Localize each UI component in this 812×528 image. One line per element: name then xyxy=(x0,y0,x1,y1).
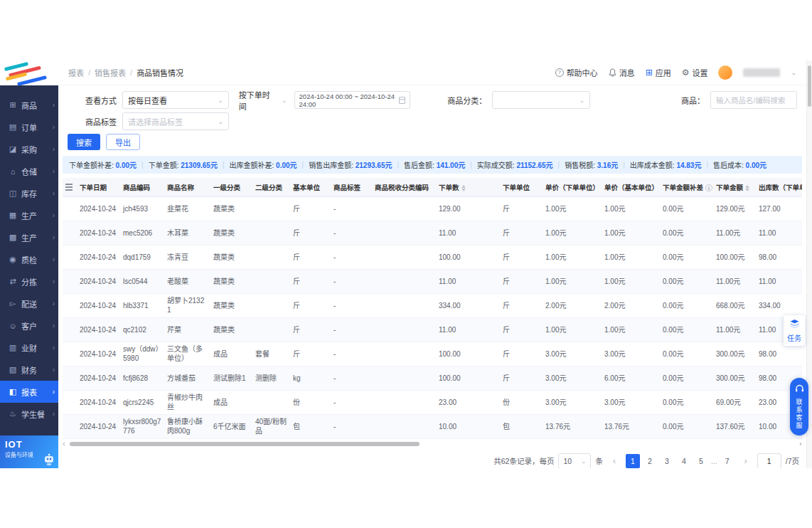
iot-title: IOT xyxy=(5,439,53,450)
breadcrumb: 报表/销售报表/商品销售情况 xyxy=(68,67,183,78)
chevron-right-icon: › xyxy=(53,366,55,374)
sidebar-item-student-meal[interactable]: ♨学生餐› xyxy=(0,403,58,425)
next-page-button[interactable]: › xyxy=(739,454,753,468)
sort-carets-icon[interactable] xyxy=(745,185,749,191)
time-field-select[interactable]: 按下单时间 ⌄ xyxy=(236,91,290,109)
table-cell: 斤 xyxy=(500,317,543,342)
product-search-input[interactable] xyxy=(710,91,797,109)
column-settings-icon[interactable] xyxy=(63,178,77,196)
sidebar-item-warehouse[interactable]: ⌂仓储› xyxy=(0,160,58,182)
settings-label: 设置 xyxy=(692,67,707,78)
table-cell: 斤 xyxy=(500,342,543,366)
sidebar-item-reports[interactable]: ◧报表› xyxy=(0,381,58,403)
table-column-header[interactable]: 下单数 xyxy=(436,178,500,196)
prev-page-button[interactable]: ‹ xyxy=(607,454,621,468)
table-cell: 2024-10-24 xyxy=(77,317,120,342)
avatar[interactable] xyxy=(718,65,732,80)
sidebar-item-customers[interactable]: ☺客户› xyxy=(0,315,58,337)
iot-panel[interactable]: IOT 设备与环境 xyxy=(0,435,58,468)
page-size-select[interactable]: 10 ⌄ xyxy=(558,453,591,469)
settings-button[interactable]: ⚙ 设置 xyxy=(682,67,708,78)
view-mode-select[interactable]: 按每日查看 ⌄ xyxy=(122,91,229,109)
pagination-pages: 12345...7 xyxy=(626,454,734,468)
column-header-label: 商品名称 xyxy=(167,184,194,191)
sidebar-item-label: 学生餐 xyxy=(21,408,53,420)
table-cell: - xyxy=(331,390,372,414)
sidebar-item-orders[interactable]: ▤订单› xyxy=(0,116,58,138)
sidebar-item-purchase[interactable]: ◪采购› xyxy=(0,138,58,160)
sidebar-item-finance[interactable]: ▧财务› xyxy=(0,359,58,381)
chevron-down-icon[interactable]: ⌄ xyxy=(791,70,796,75)
date-range-picker[interactable]: 2024-10-24 00:00 ~ 2024-10-24 24:00 xyxy=(294,91,411,109)
table-cell: 方城番茄 xyxy=(164,366,210,390)
breadcrumb-separator: / xyxy=(88,68,90,77)
table-row: 2024-10-24mec5206木耳菜蔬菜类斤-11.00斤1.00元1.00… xyxy=(63,221,802,245)
chevron-right-icon: › xyxy=(53,322,55,329)
goods-icon: ⊞ xyxy=(8,100,18,110)
sidebar-item-biz-finance[interactable]: ▥业财› xyxy=(0,337,58,359)
messages-button[interactable]: 消息 xyxy=(609,67,635,78)
table-column-header[interactable]: 下单金额补差i xyxy=(660,178,713,196)
vertical-scroll-thumb[interactable] xyxy=(808,65,811,107)
table-column-header[interactable]: 单价（下单单位）i xyxy=(543,178,602,196)
table-cell: 2.00元 xyxy=(543,293,602,317)
horizontal-scroll-track[interactable] xyxy=(68,441,796,447)
page-jump-input[interactable] xyxy=(757,453,781,469)
pagination-page-7[interactable]: 7 xyxy=(720,454,734,468)
pagination-page-1[interactable]: 1 xyxy=(626,454,640,468)
table-cell: 1.00元 xyxy=(543,317,602,342)
column-header-label: 下单单位 xyxy=(503,184,530,191)
table-cell: 100.00 xyxy=(436,245,500,269)
sidebar-item-production-2[interactable]: ▩生产› xyxy=(0,226,58,248)
sidebar-item-production-1[interactable]: ▦生产› xyxy=(0,204,58,226)
table-column-header[interactable]: 单价（基本单位） xyxy=(602,178,660,196)
table-cell: 1.00元 xyxy=(543,245,602,269)
table-cell: 蔬菜类 xyxy=(210,245,252,269)
search-button[interactable]: 搜索 xyxy=(68,134,100,150)
customer-service-widget[interactable]: 联系客服 xyxy=(790,378,808,435)
breadcrumb-item[interactable]: 报表 xyxy=(68,67,84,78)
row-leading-cell xyxy=(63,269,77,293)
horizontal-scrollbar[interactable]: ‹ › xyxy=(60,440,805,448)
task-widget[interactable]: 任务 xyxy=(784,315,805,346)
table-cell: 斤 xyxy=(500,366,543,390)
sidebar-item-delivery[interactable]: ▻配送› xyxy=(0,292,58,315)
sort-carets-icon[interactable] xyxy=(461,185,466,191)
scroll-right-icon[interactable]: › xyxy=(796,440,805,448)
category-select[interactable]: ⌄ xyxy=(492,91,590,109)
table-cell: kg xyxy=(290,366,331,390)
page-size-value: 10 xyxy=(563,457,572,465)
table-cell: - xyxy=(331,245,372,269)
table-column-header: 商品编码 xyxy=(120,178,164,196)
summary-label: 出库成本金额: xyxy=(630,162,677,169)
sidebar-item-quality[interactable]: ◉质检› xyxy=(0,248,58,270)
sidebar-item-goods[interactable]: ⊞商品› xyxy=(0,94,58,116)
help-center-button[interactable]: ? 帮助中心 xyxy=(555,67,598,78)
table-cell: 测试删除1 xyxy=(210,366,252,390)
table-cell: 1.00元 xyxy=(602,221,660,245)
horizontal-scroll-thumb[interactable] xyxy=(70,442,420,446)
sidebar-item-sorting[interactable]: ⇄分拣› xyxy=(0,270,58,292)
table-cell: 2024-10-24 xyxy=(77,293,120,317)
pagination-page-3[interactable]: 3 xyxy=(660,454,674,468)
table-cell xyxy=(372,245,436,269)
pagination-page-4[interactable]: 4 xyxy=(677,454,691,468)
topbar-actions: ? 帮助中心 消息 ⊞ 应用 ⚙ 设置 xyxy=(555,65,796,80)
table-cell: 蔬菜类 xyxy=(210,317,252,342)
export-button[interactable]: 导出 xyxy=(106,134,140,150)
pagination-page-2[interactable]: 2 xyxy=(643,454,657,468)
scroll-left-icon[interactable]: ‹ xyxy=(60,440,68,448)
tag-select[interactable]: 请选择商品标签 ⌄ xyxy=(122,112,229,130)
table-column-header[interactable]: 出库数（下单单位） xyxy=(756,178,802,196)
pagination-page-5[interactable]: 5 xyxy=(694,454,708,468)
summary-item: 销售税额: 3.16元 xyxy=(565,159,618,170)
table-cell: 斤 xyxy=(290,245,331,269)
table-cell: 1.00元 xyxy=(543,269,602,293)
breadcrumb-item[interactable]: 商品销售情况 xyxy=(137,67,183,78)
date-range-value: 2024-10-24 00:00 ~ 2024-10-24 24:00 xyxy=(299,93,400,108)
sidebar-item-inventory[interactable]: ◫库存› xyxy=(0,182,58,204)
table-column-header[interactable]: 下单金额 xyxy=(713,178,756,196)
info-icon[interactable]: i xyxy=(705,184,712,191)
breadcrumb-item[interactable]: 销售报表 xyxy=(95,67,126,78)
apps-button[interactable]: ⊞ 应用 xyxy=(646,67,671,78)
